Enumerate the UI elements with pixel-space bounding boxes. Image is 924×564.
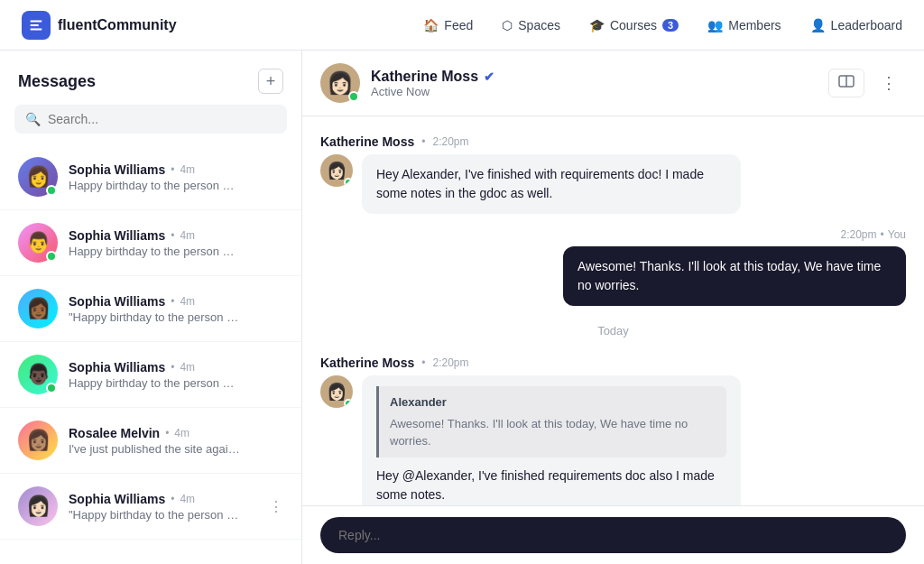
message-input[interactable] <box>338 528 888 542</box>
message-preview: "Happy birthday to the person who alw... <box>69 508 240 522</box>
message-content: Sophia Williams • 4m Happy birthday to t… <box>69 162 283 192</box>
list-item[interactable]: 👩🏽 Rosalee Melvin • 4m I've just publish… <box>0 408 301 474</box>
online-indicator <box>46 185 57 196</box>
chat-user-info: Katherine Moss ✔ Active Now <box>371 69 818 98</box>
message-time: 4m <box>180 163 195 176</box>
message-timestamp: 2:20pm <box>432 356 468 369</box>
message-options-button[interactable]: ⋮ <box>269 498 283 515</box>
sender-name: Rosalee Melvin <box>69 426 160 440</box>
message-time: 4m <box>180 229 195 242</box>
input-box <box>320 517 906 553</box>
courses-icon: 🎓 <box>589 18 605 32</box>
message-time: • <box>171 163 174 176</box>
message-bubble-quoted: Alexander Awesome! Thanks. I'll look at … <box>362 375 741 505</box>
online-indicator <box>46 383 57 393</box>
reply-button[interactable]: ↩ <box>748 173 774 196</box>
sender-avatar: 👩🏻 <box>320 154 353 187</box>
spaces-icon: ⬡ <box>502 18 513 32</box>
chat-header: 👩🏻 Katherine Moss ✔ Active Now ⋮ <box>302 51 924 116</box>
message-preview: I've just published the site again.... <box>69 442 240 456</box>
more-options-button[interactable]: ⋮ <box>872 68 906 98</box>
avatar-wrap: 👨 <box>18 223 58 263</box>
messages-sidebar: Messages + 🔍 👩 Sophia William <box>0 51 302 564</box>
message-preview: Happy birthday to the person who alw... <box>69 245 240 258</box>
sidebar-title: Messages <box>18 72 96 91</box>
sender-name: Sophia Williams <box>69 294 165 309</box>
chat-contact-name: Katherine Moss ✔ <box>371 69 818 85</box>
message-content: Sophia Williams • 4m Happy birthday to t… <box>69 360 283 390</box>
message-content: Rosalee Melvin • 4m I've just published … <box>69 426 283 456</box>
split-view-button[interactable] <box>828 69 864 97</box>
message-list: 👩 Sophia Williams • 4m Happy birthday to… <box>0 144 301 564</box>
message-content: Sophia Williams • 4m "Happy birthday to … <box>69 294 283 324</box>
search-input[interactable] <box>48 112 276 126</box>
avatar-wrap: 👩 <box>18 157 58 197</box>
nav-leaderboard[interactable]: 👤 Leaderboard <box>810 18 902 32</box>
list-item[interactable]: 👨🏿 Sophia Williams • 4m Happy birthday t… <box>0 342 301 408</box>
avatar-wrap: 👩🏻 <box>18 486 58 526</box>
chat-actions: ⋮ <box>828 68 906 98</box>
message-time: 4m <box>180 361 195 374</box>
nav-members[interactable]: 👥 Members <box>707 18 781 32</box>
logo: fluentCommunity <box>22 11 177 40</box>
date-divider: Today <box>320 324 906 337</box>
message-bubble: Hey Alexander, I've finished with requir… <box>362 154 741 214</box>
message-dot: • <box>421 135 425 148</box>
nav-spaces[interactable]: ⬡ Spaces <box>502 18 560 32</box>
list-item[interactable]: 👨 Sophia Williams • 4m Happy birthday to… <box>0 210 301 276</box>
sender-name: Sophia Williams <box>69 360 165 374</box>
search-input-wrap: 🔍 <box>14 105 287 134</box>
home-icon: 🏠 <box>423 18 439 32</box>
message-preview: Happy birthday to the person who alw... <box>69 179 240 192</box>
search-icon: 🔍 <box>25 112 41 126</box>
logo-text: fluentCommunity <box>58 17 177 33</box>
leaderboard-icon: 👤 <box>810 18 826 32</box>
message-with-avatar: 👩🏻 Alexander Awesome! Thanks. I'll look … <box>320 375 741 505</box>
chat-area: 👩🏻 Katherine Moss ✔ Active Now ⋮ <box>302 51 924 564</box>
message-preview: "Happy birthday to the person who alw... <box>69 310 240 324</box>
outgoing-info: 2:20pm • You <box>841 228 906 241</box>
quote-text: Awesome! Thanks. I'll look at this today… <box>390 415 716 450</box>
courses-badge: 3 <box>662 19 679 32</box>
chat-input-area <box>302 505 924 564</box>
message-row-incoming: Katherine Moss • 2:20pm 👩🏻 Hey Alexander… <box>320 134 906 214</box>
more-button[interactable]: ⋮ <box>778 173 806 196</box>
chat-status: Active Now <box>371 85 818 98</box>
sender-name: Sophia Williams <box>69 228 165 243</box>
avatar: 👩🏾 <box>18 289 58 328</box>
quote-author: Alexander <box>390 393 716 411</box>
message-time: 4m <box>180 493 195 505</box>
message-bubble-outgoing: Awesome! Thanks. I'll look at this today… <box>563 246 906 306</box>
verified-badge: ✔ <box>484 69 494 84</box>
message-time: 4m <box>174 427 189 439</box>
quote-block: Alexander Awesome! Thanks. I'll look at … <box>376 386 726 458</box>
nav-items: 🏠 Feed ⬡ Spaces 🎓 Courses 3 👥 Members 👤 … <box>423 18 902 32</box>
nav-feed[interactable]: 🏠 Feed <box>423 18 473 32</box>
avatar-wrap: 👩🏽 <box>18 421 58 460</box>
bubble-wrap: Hey Alexander, I've finished with requir… <box>362 154 806 214</box>
avatar: 👩🏽 <box>18 421 58 460</box>
avatar: 👩🏻 <box>18 486 58 526</box>
sender-info: Katherine Moss • 2:20pm <box>320 356 468 370</box>
message-timestamp: 2:20pm <box>432 135 468 148</box>
message-preview: Happy birthday to the person who alw... <box>69 376 240 390</box>
list-item[interactable]: 👩 Sophia Williams • 4m Happy birthday to… <box>0 144 301 210</box>
message-content: Sophia Williams • 4m Happy birthday to t… <box>69 228 283 258</box>
sender-name: Sophia Williams <box>69 492 165 506</box>
chat-online-indicator <box>348 91 359 102</box>
message-content: Sophia Williams • 4m "Happy birthday to … <box>69 492 258 522</box>
message-row-quoted: Katherine Moss • 2:20pm 👩🏻 Alexander Awe… <box>320 356 906 505</box>
online-indicator <box>46 251 57 262</box>
sender-name: Sophia Williams <box>69 162 165 177</box>
main-layout: Messages + 🔍 👩 Sophia William <box>0 51 924 564</box>
sender-info: Katherine Moss • 2:20pm <box>320 134 468 149</box>
chat-avatar-wrap: 👩🏻 <box>320 63 360 103</box>
message-time: 4m <box>180 295 195 308</box>
add-message-button[interactable]: + <box>258 69 283 94</box>
nav-courses[interactable]: 🎓 Courses 3 <box>589 18 679 32</box>
chat-messages: Katherine Moss • 2:20pm 👩🏻 Hey Alexander… <box>302 116 924 505</box>
list-item[interactable]: 👩🏾 Sophia Williams • 4m "Happy birthday … <box>0 276 301 342</box>
list-item[interactable]: 👩🏻 Sophia Williams • 4m "Happy birthday … <box>0 474 301 540</box>
avatar-wrap: 👨🏿 <box>18 355 58 394</box>
message-sender: Katherine Moss <box>320 356 414 370</box>
